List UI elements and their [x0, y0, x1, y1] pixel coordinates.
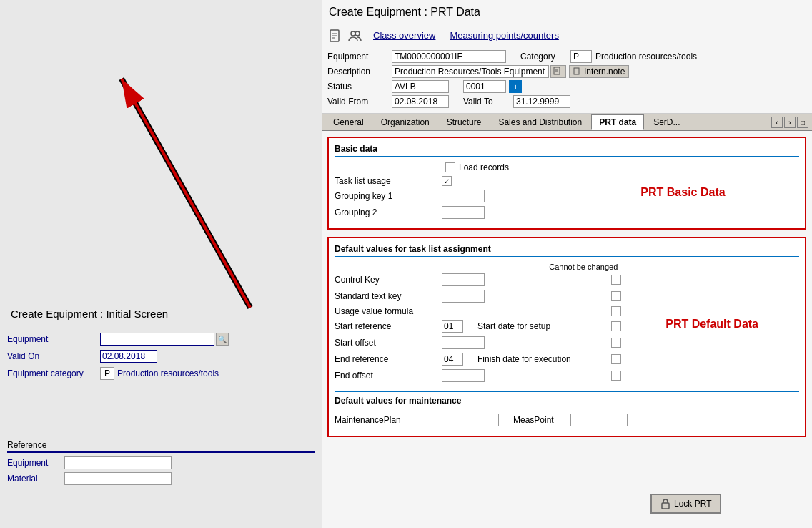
start-date-setup-label: Start date for setup: [477, 321, 578, 331]
status-info-icon[interactable]: i: [509, 80, 522, 93]
maintenance-plan-row: MaintenancePlan MeasPoint: [335, 414, 799, 426]
header-valid-to-label: Valid To: [463, 97, 513, 107]
svg-point-8: [355, 31, 360, 36]
valid-on-row: Valid On 02.08.2018: [7, 350, 315, 363]
header-valid-from-value: 02.08.2018: [392, 95, 449, 108]
start-reference-label: Start reference: [335, 321, 442, 331]
start-offset-input[interactable]: [442, 336, 485, 349]
usage-value-formula-row: Usage value formula: [335, 306, 625, 316]
svg-rect-12: [574, 68, 579, 74]
maintenance-plan-input[interactable]: [442, 414, 499, 426]
equipment-category-row: Equipment category P Production resource…: [7, 367, 315, 380]
task-list-usage-label: Task list usage: [335, 176, 442, 186]
tab-general[interactable]: General: [325, 114, 372, 130]
prt-default-data-label-area: PRT Default Data: [625, 263, 799, 386]
description-edit-icon[interactable]: [550, 65, 566, 78]
ref-equipment-input[interactable]: [64, 456, 172, 469]
standard-text-key-label: Standard text key: [335, 291, 442, 301]
start-reference-row: Start reference Start date for setup: [335, 320, 625, 333]
equipment-input[interactable]: [100, 333, 214, 346]
prt-basic-data-label-area: PRT Basic Data: [567, 162, 799, 223]
header-status-row: Status AVLB 0001 i: [327, 80, 806, 93]
start-reference-input[interactable]: [442, 320, 463, 333]
tab-left-arrow[interactable]: ‹: [771, 117, 783, 128]
start-offset-checkbox[interactable]: [611, 338, 621, 348]
equipment-label: Equipment: [7, 334, 100, 344]
grouping-key1-label: Grouping key 1: [335, 191, 442, 201]
lock-icon: [660, 498, 670, 509]
usage-value-formula-checkbox[interactable]: [611, 306, 621, 316]
task-list-usage-checkbox[interactable]: [442, 176, 452, 186]
header-status-value: AVLB: [392, 80, 449, 93]
lock-prt-button[interactable]: Lock PRT: [650, 494, 721, 514]
maintenance-subsection: Default values for maintenance Maintenan…: [335, 391, 799, 426]
end-offset-row: End offset: [335, 369, 625, 382]
left-panel: Create Equipment : Initial Screen Equipm…: [0, 0, 322, 528]
control-key-input[interactable]: [442, 273, 485, 286]
maintenance-plan-label: MaintenancePlan: [335, 415, 442, 425]
svg-line-2: [122, 79, 250, 308]
tab-prt-data[interactable]: PRT data: [591, 114, 644, 130]
finish-date-execution-checkbox[interactable]: [611, 354, 621, 364]
tab-page-icon[interactable]: □: [797, 117, 808, 128]
intern-note-label: Intern.note: [584, 67, 625, 77]
basic-data-title: Basic data: [335, 144, 799, 157]
start-date-setup-checkbox[interactable]: [611, 321, 621, 331]
finish-date-execution-label: Finish date for execution: [477, 354, 578, 364]
standard-text-key-row: Standard text key: [335, 290, 625, 303]
top-toolbar: Class overview Measuring points/counters: [322, 24, 812, 47]
people-icon[interactable]: [347, 28, 363, 44]
header-description-value: Production Resources/Tools Equipment: [392, 65, 549, 78]
ref-equipment-row: Equipment: [7, 456, 315, 469]
ref-material-label: Material: [7, 474, 64, 484]
ref-equipment-label: Equipment: [7, 458, 64, 468]
tab-nav-class-overview[interactable]: Class overview: [373, 27, 435, 44]
end-offset-input[interactable]: [442, 369, 485, 382]
task-list-usage-row: Task list usage: [335, 176, 567, 186]
equipment-category-label: Equipment category: [7, 368, 100, 378]
bottom-bar: Lock PRT: [650, 494, 721, 514]
control-key-label: Control Key: [335, 275, 442, 285]
usage-value-formula-label: Usage value formula: [335, 306, 442, 316]
valid-on-label: Valid On: [7, 351, 100, 361]
tab-right-arrow[interactable]: ›: [784, 117, 796, 128]
default-values-section: Default values for task list assignment …: [327, 237, 806, 437]
end-reference-input[interactable]: [442, 353, 463, 366]
end-offset-checkbox[interactable]: [611, 371, 621, 381]
svg-point-7: [351, 31, 355, 36]
prt-basic-data-label: PRT Basic Data: [567, 179, 799, 206]
ref-material-input[interactable]: [64, 472, 172, 485]
grouping2-label: Grouping 2: [335, 207, 442, 217]
document-icon[interactable]: [327, 28, 343, 44]
standard-text-key-checkbox[interactable]: [611, 291, 621, 301]
intern-note-button[interactable]: Intern.note: [569, 65, 629, 78]
grouping2-input[interactable]: [442, 206, 485, 219]
cannot-changed-label: Cannot be changed: [335, 263, 625, 271]
tab-sales-distribution[interactable]: Sales and Distribution: [490, 114, 590, 130]
start-offset-row: Start offset: [335, 336, 625, 349]
arrow-overlay: [107, 72, 336, 322]
tab-structure[interactable]: Structure: [439, 114, 490, 130]
end-offset-label: End offset: [335, 371, 442, 381]
load-records-checkbox[interactable]: [445, 162, 455, 172]
right-panel: Create Equipment : PRT Data Class overvi…: [322, 0, 812, 528]
header-status-label: Status: [327, 82, 392, 92]
tab-nav-arrows: ‹ › □: [771, 117, 808, 128]
tab-organization[interactable]: Organization: [373, 114, 437, 130]
default-values-body: Cannot be changed Control Key Standard t…: [335, 263, 799, 386]
svg-rect-13: [662, 503, 669, 509]
meas-point-input[interactable]: [570, 414, 628, 426]
start-offset-label: Start offset: [335, 338, 442, 348]
equipment-search-btn[interactable]: 🔍: [216, 333, 229, 346]
standard-text-key-input[interactable]: [442, 290, 485, 303]
control-key-checkbox[interactable]: [611, 275, 621, 285]
tab-serd[interactable]: SerD...: [645, 114, 688, 130]
valid-on-value: 02.08.2018: [100, 350, 157, 363]
left-screen-title: Create Equipment : Initial Screen: [11, 308, 168, 320]
tab-nav-measuring-points[interactable]: Measuring points/counters: [450, 27, 558, 44]
header-valid-from-label: Valid From: [327, 97, 392, 107]
header-valid-to-value: 31.12.9999: [513, 95, 570, 108]
reference-title: Reference: [7, 440, 315, 453]
grouping-key1-input[interactable]: [442, 190, 485, 202]
header-description-label: Description: [327, 67, 392, 77]
